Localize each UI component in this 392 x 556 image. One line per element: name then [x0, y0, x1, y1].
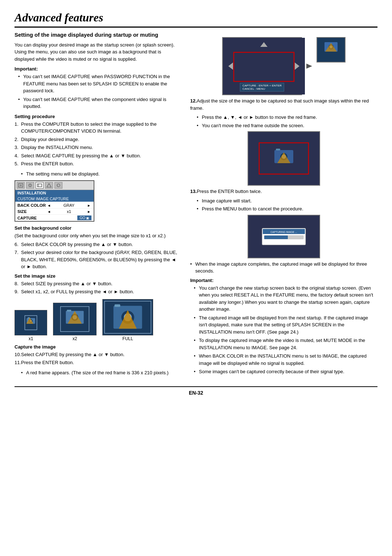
image-size-label: Set the image size	[15, 273, 181, 279]
step-2: 2.Display your desired image.	[15, 136, 181, 143]
important-bullet-1-2: You can't set IMAGE CAPTURE when the com…	[18, 96, 181, 110]
svg-rect-53	[264, 235, 288, 239]
important-bullet-2-1: You can't change the new startup screen …	[194, 285, 377, 313]
svg-rect-4	[37, 184, 42, 187]
section-heading: Setting of the image displayed during st…	[15, 31, 181, 39]
thumb-label-x1: x1	[29, 336, 33, 341]
step-13-note: When the image capture completes, the ca…	[190, 261, 377, 275]
image-size-steps: 8.Select SIZE by pressing the ▲ or ▼ but…	[15, 280, 181, 295]
important-bullets-2: You can't change the new startup screen …	[190, 285, 377, 375]
page-title: Advanced features	[15, 11, 377, 28]
important-label-1: Important:	[15, 66, 181, 72]
important-section-2: Important: You can't change the new star…	[190, 278, 377, 375]
thumb-label-full: FULL	[122, 336, 133, 341]
capture-menu-overlay: CAPTURE : ENTER = ENTERCANCEL : MENU	[240, 83, 284, 92]
step-13-bullets: Image capture will start. Press the MENU…	[190, 197, 377, 213]
menu-capture-label: CAPTURE	[17, 216, 46, 220]
right-arrow-icon	[306, 37, 313, 95]
menu-size-arrow-left: ◄	[46, 210, 52, 214]
step-9: 9.Select x1, x2, or FULL by pressing the…	[15, 288, 181, 295]
right-image-2-wrapper	[190, 131, 377, 186]
menu-icons-row: i	[15, 181, 94, 190]
menu-backcolor-arrow-right: ►	[86, 204, 91, 208]
important-label-2: Important:	[190, 278, 377, 283]
bg-color-desc: (Set the background color only when you …	[15, 232, 181, 239]
thumb-x1: x1	[15, 310, 47, 341]
capture-image-steps: 10.Select CAPTURE by pressing the ▲ or ▼…	[15, 351, 181, 366]
menu-backcolor-value: GRAY	[52, 203, 86, 208]
step-5: 5.Press the ENTER button.	[15, 160, 181, 168]
step-13-bullet-1: Image capture will start.	[197, 197, 377, 205]
step-7: 7.Select your desired color for the back…	[15, 249, 181, 270]
thumb-full: FULL	[102, 299, 153, 341]
step-4: 4.Select IMAGE CAPTURE by pressing the ▲…	[15, 152, 181, 160]
left-column: Setting of the image displayed during st…	[15, 31, 181, 379]
svg-rect-1	[20, 185, 22, 186]
bg-color-label: Set the background color	[15, 225, 181, 231]
right-image-2	[248, 131, 320, 186]
menu-size-value: x1	[52, 209, 86, 214]
menu-icon-2	[26, 182, 34, 189]
step-12-bullet-2: You can't move the red frame outside the…	[197, 122, 377, 129]
setting-procedure: Setting procedure 1.Press the COMPUTER b…	[15, 114, 181, 178]
step-1: 1.Press the COMPUTER button to select th…	[15, 121, 181, 135]
bg-color-steps: 6.Select BACK COLOR by pressing the ▲ or…	[15, 241, 181, 270]
step-8: 8.Select SIZE by pressing the ▲ or ▼ but…	[15, 280, 181, 287]
thumb-box-x1	[15, 310, 47, 335]
menu-size-label: SIZE	[17, 209, 46, 214]
step-11: 11.Press the ENTER button.	[15, 359, 181, 366]
menu-icon-3-active	[36, 182, 44, 189]
page-footer: EN-32	[15, 386, 377, 396]
step-5-bullet: The setting menu will be displayed.	[15, 170, 181, 178]
important-bullet-1-1: You can't set IMAGE CAPTURE when PASSWOR…	[18, 73, 181, 94]
thumb-label-x2: x2	[73, 336, 77, 341]
important-bullet-2-3: To display the captured image while the …	[194, 337, 377, 351]
image-size-section: Set the image size 8.Select SIZE by pres…	[15, 273, 181, 295]
setting-procedure-list: 1.Press the COMPUTER button to select th…	[15, 121, 181, 168]
svg-text:i: i	[58, 185, 58, 187]
menu-capture-go: GO ▣	[77, 215, 91, 220]
menu-icon-1	[17, 182, 25, 189]
right-image-1: CAPTURE : ENTER = ENTERCANCEL : MENU	[222, 33, 346, 95]
important-bullet-2-4: When BACK COLOR in the INSTALLATION menu…	[194, 352, 377, 367]
right-image-3-wrapper: CAPTURING IMAGE ...	[190, 215, 377, 258]
svg-marker-35	[306, 64, 312, 69]
main-screen-sim: CAPTURE : ENTER = ENTERCANCEL : MENU	[222, 37, 302, 95]
step-12-bullet-1: Press the ▲, ▼, ◄ or ► button to move th…	[197, 114, 377, 121]
menu-backcolor-label: BACK COLOR	[17, 203, 46, 208]
step-12-text: 12.Adjust the size of the image to be ca…	[190, 97, 377, 112]
capture-image-label: Capture the image	[15, 344, 181, 350]
menu-row-capture: CAPTURE GO ▣	[15, 215, 94, 221]
right-image-1-wrapper: CAPTURE : ENTER = ENTERCANCEL : MENU	[190, 33, 377, 95]
step-13-bullet-2: Press the MENU button to cancel the proc…	[197, 205, 377, 213]
step-13-note-wrapper: When the image capture completes, the ca…	[190, 261, 377, 275]
right-column: CAPTURE : ENTER = ENTERCANCEL : MENU	[190, 31, 377, 379]
bg-color-section: Set the background color (Set the backgr…	[15, 225, 181, 270]
svg-rect-21	[67, 310, 71, 311]
intro-text: You can display your desired image as th…	[15, 41, 181, 63]
svg-rect-28	[115, 304, 121, 307]
step-13-text: 13.Press the ENTER button twice.	[190, 188, 377, 195]
setting-procedure-label: Setting procedure	[15, 114, 181, 119]
step-10: 10.Select CAPTURE by pressing the ▲ or ▼…	[15, 351, 181, 358]
svg-rect-46	[276, 149, 280, 150]
thumbnail-row: x1 x2	[15, 299, 181, 341]
thumb-box-full	[102, 299, 153, 335]
capture-bullet: A red frame appears. (The size of the re…	[15, 369, 181, 376]
menu-size-arrow-right: ►	[86, 210, 91, 214]
important-bullet-2-5: Some images can't be captured correctly …	[194, 368, 377, 375]
important-section-1: Important: You can't set IMAGE CAPTURE w…	[15, 66, 181, 110]
capture-image-section: Capture the image 10.Select CAPTURE by p…	[15, 344, 181, 376]
menu-screenshot: i INSTALLATION CUSTOM IMAGE CAPTURE BACK…	[15, 180, 94, 222]
step-12-bullets: Press the ▲, ▼, ◄ or ► button to move th…	[190, 114, 377, 129]
thumb-box-x2	[53, 303, 97, 335]
right-image-3: CAPTURING IMAGE ...	[248, 215, 320, 258]
footer-text: EN-32	[189, 390, 203, 396]
menu-header: INSTALLATION	[15, 190, 94, 196]
right-thumbnail	[317, 37, 346, 63]
important-bullet-2-2: The captured image will be displayed fro…	[194, 314, 377, 336]
thumb-x2: x2	[53, 303, 97, 341]
menu-row-size: SIZE ◄ x1 ►	[15, 209, 94, 215]
step-6: 6.Select BACK COLOR by pressing the ▲ or…	[15, 241, 181, 248]
menu-backcolor-arrow-left: ◄	[46, 204, 52, 208]
